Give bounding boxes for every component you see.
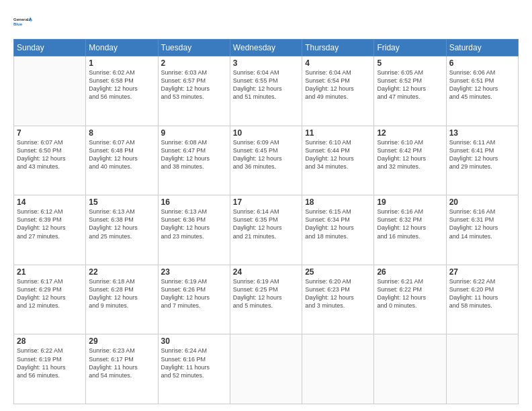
day-info: Sunrise: 6:04 AM Sunset: 6:54 PM Dayligh… [305,68,371,101]
day-number: 27 [449,267,515,277]
day-number: 16 [161,197,227,207]
day-info: Sunrise: 6:14 AM Sunset: 6:35 PM Dayligh… [233,208,299,240]
calendar-day-header: Tuesday [158,40,230,56]
day-number: 26 [377,267,443,277]
header: General Blue [13,12,519,35]
calendar-cell: 27Sunrise: 6:22 AM Sunset: 6:20 PM Dayli… [446,265,518,334]
calendar-cell: 18Sunrise: 6:15 AM Sunset: 6:34 PM Dayli… [302,195,374,265]
calendar-cell: 10Sunrise: 6:09 AM Sunset: 6:45 PM Dayli… [230,126,302,195]
day-number: 1 [89,58,154,68]
day-number: 19 [377,197,443,207]
day-info: Sunrise: 6:13 AM Sunset: 6:36 PM Dayligh… [161,208,227,240]
day-number: 8 [89,128,154,138]
day-info: Sunrise: 6:15 AM Sunset: 6:34 PM Dayligh… [305,208,371,240]
day-info: Sunrise: 6:09 AM Sunset: 6:45 PM Dayligh… [233,138,299,171]
day-info: Sunrise: 6:16 AM Sunset: 6:31 PM Dayligh… [449,208,515,240]
day-number: 4 [305,58,371,68]
calendar-cell [14,56,86,126]
day-number: 6 [449,58,515,68]
calendar-cell: 7Sunrise: 6:07 AM Sunset: 6:50 PM Daylig… [14,126,86,195]
calendar-week-row: 21Sunrise: 6:17 AM Sunset: 6:29 PM Dayli… [14,265,519,334]
calendar-week-row: 1Sunrise: 6:02 AM Sunset: 6:58 PM Daylig… [14,56,519,126]
day-info: Sunrise: 6:04 AM Sunset: 6:55 PM Dayligh… [233,68,299,101]
calendar-cell: 21Sunrise: 6:17 AM Sunset: 6:29 PM Dayli… [14,265,86,334]
calendar-cell: 12Sunrise: 6:10 AM Sunset: 6:42 PM Dayli… [374,126,446,195]
day-number: 20 [449,197,515,207]
day-number: 5 [377,58,443,68]
calendar-cell: 25Sunrise: 6:20 AM Sunset: 6:23 PM Dayli… [302,265,374,334]
day-number: 18 [305,197,371,207]
day-number: 22 [89,267,154,277]
day-info: Sunrise: 6:23 AM Sunset: 6:17 PM Dayligh… [89,347,154,379]
day-info: Sunrise: 6:12 AM Sunset: 6:39 PM Dayligh… [17,208,83,240]
calendar-cell: 5Sunrise: 6:05 AM Sunset: 6:52 PM Daylig… [374,56,446,126]
day-number: 7 [17,128,83,138]
calendar-cell: 29Sunrise: 6:23 AM Sunset: 6:17 PM Dayli… [86,334,158,404]
day-info: Sunrise: 6:05 AM Sunset: 6:52 PM Dayligh… [377,68,443,101]
day-info: Sunrise: 6:17 AM Sunset: 6:29 PM Dayligh… [17,277,83,310]
day-number: 29 [89,336,154,346]
day-info: Sunrise: 6:16 AM Sunset: 6:32 PM Dayligh… [377,208,443,240]
day-info: Sunrise: 6:20 AM Sunset: 6:23 PM Dayligh… [305,277,371,310]
calendar-cell [446,334,518,404]
day-number: 13 [449,128,515,138]
calendar-cell: 22Sunrise: 6:18 AM Sunset: 6:28 PM Dayli… [86,265,158,334]
day-info: Sunrise: 6:21 AM Sunset: 6:22 PM Dayligh… [377,277,443,310]
calendar-header-row: SundayMondayTuesdayWednesdayThursdayFrid… [14,40,519,56]
calendar-cell: 2Sunrise: 6:03 AM Sunset: 6:57 PM Daylig… [158,56,230,126]
calendar-cell [302,334,374,404]
svg-text:Blue: Blue [13,22,23,26]
day-info: Sunrise: 6:07 AM Sunset: 6:50 PM Dayligh… [17,138,83,171]
day-info: Sunrise: 6:10 AM Sunset: 6:42 PM Dayligh… [377,138,443,171]
day-number: 11 [305,128,371,138]
calendar-cell: 30Sunrise: 6:24 AM Sunset: 6:16 PM Dayli… [158,334,230,404]
calendar-day-header: Wednesday [230,40,302,56]
calendar-cell [230,334,302,404]
page: General Blue SundayMondayTuesdayWednesda… [0,0,532,411]
calendar-cell [374,334,446,404]
calendar-cell: 20Sunrise: 6:16 AM Sunset: 6:31 PM Dayli… [446,195,518,265]
day-number: 3 [233,58,299,68]
day-number: 30 [161,336,227,346]
svg-marker-3 [30,19,32,22]
calendar-cell: 3Sunrise: 6:04 AM Sunset: 6:55 PM Daylig… [230,56,302,126]
calendar-cell: 1Sunrise: 6:02 AM Sunset: 6:58 PM Daylig… [86,56,158,126]
day-info: Sunrise: 6:03 AM Sunset: 6:57 PM Dayligh… [161,68,227,101]
calendar-week-row: 7Sunrise: 6:07 AM Sunset: 6:50 PM Daylig… [14,126,519,195]
day-info: Sunrise: 6:24 AM Sunset: 6:16 PM Dayligh… [161,347,227,379]
day-number: 14 [17,197,83,207]
calendar-day-header: Monday [86,40,158,56]
calendar-cell: 15Sunrise: 6:13 AM Sunset: 6:38 PM Dayli… [86,195,158,265]
day-info: Sunrise: 6:22 AM Sunset: 6:20 PM Dayligh… [449,277,515,310]
day-number: 28 [17,336,83,346]
logo: General Blue [13,12,32,35]
day-number: 17 [233,197,299,207]
calendar-cell: 11Sunrise: 6:10 AM Sunset: 6:44 PM Dayli… [302,126,374,195]
day-number: 9 [161,128,227,138]
day-number: 10 [233,128,299,138]
calendar-cell: 4Sunrise: 6:04 AM Sunset: 6:54 PM Daylig… [302,56,374,126]
calendar-cell: 16Sunrise: 6:13 AM Sunset: 6:36 PM Dayli… [158,195,230,265]
calendar-table: SundayMondayTuesdayWednesdayThursdayFrid… [13,39,519,404]
day-info: Sunrise: 6:06 AM Sunset: 6:51 PM Dayligh… [449,68,515,101]
calendar-week-row: 28Sunrise: 6:22 AM Sunset: 6:19 PM Dayli… [14,334,519,404]
day-number: 12 [377,128,443,138]
svg-text:General: General [13,17,29,21]
day-info: Sunrise: 6:07 AM Sunset: 6:48 PM Dayligh… [89,138,154,171]
day-info: Sunrise: 6:08 AM Sunset: 6:47 PM Dayligh… [161,138,227,171]
calendar-cell: 13Sunrise: 6:11 AM Sunset: 6:41 PM Dayli… [446,126,518,195]
day-info: Sunrise: 6:19 AM Sunset: 6:25 PM Dayligh… [233,277,299,310]
calendar-day-header: Sunday [14,40,86,56]
day-info: Sunrise: 6:02 AM Sunset: 6:58 PM Dayligh… [89,68,154,101]
day-number: 25 [305,267,371,277]
day-info: Sunrise: 6:10 AM Sunset: 6:44 PM Dayligh… [305,138,371,171]
calendar-day-header: Saturday [446,40,518,56]
logo-icon: General Blue [13,12,32,31]
calendar-cell: 8Sunrise: 6:07 AM Sunset: 6:48 PM Daylig… [86,126,158,195]
day-info: Sunrise: 6:19 AM Sunset: 6:26 PM Dayligh… [161,277,227,310]
calendar-cell: 24Sunrise: 6:19 AM Sunset: 6:25 PM Dayli… [230,265,302,334]
day-number: 23 [161,267,227,277]
calendar-cell: 17Sunrise: 6:14 AM Sunset: 6:35 PM Dayli… [230,195,302,265]
calendar-cell: 28Sunrise: 6:22 AM Sunset: 6:19 PM Dayli… [14,334,86,404]
calendar-day-header: Friday [374,40,446,56]
